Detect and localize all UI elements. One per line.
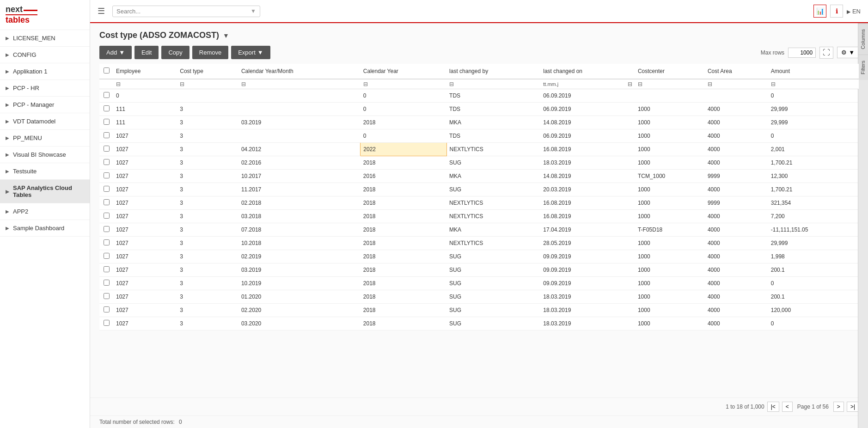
add-button[interactable]: Add ▼ bbox=[99, 46, 132, 59]
row-checkbox[interactable] bbox=[104, 266, 110, 272]
row-checkbox[interactable] bbox=[104, 280, 110, 286]
sidebar-item-sample-dashboard[interactable]: ▶Sample Dashboard bbox=[0, 220, 90, 237]
copy-button[interactable]: Copy bbox=[161, 46, 189, 59]
sidebar-item-pp-menu[interactable]: ▶PP_MENU bbox=[0, 130, 90, 147]
columns-panel-tab[interactable]: Columns bbox=[858, 23, 868, 55]
select-all-header[interactable] bbox=[99, 64, 113, 79]
title-dropdown-icon[interactable]: ▼ bbox=[223, 32, 229, 39]
sidebar-item-pcp-manager[interactable]: ▶PCP - Manager bbox=[0, 97, 90, 113]
row-amount: 120,000 bbox=[768, 304, 859, 317]
row-select-cell[interactable] bbox=[99, 116, 113, 129]
fullscreen-button[interactable]: ⛶ bbox=[819, 47, 833, 59]
filter-cost-area[interactable]: ⊟ bbox=[705, 79, 768, 89]
row-select-cell[interactable] bbox=[99, 277, 113, 290]
filter-cal-year-month[interactable]: ⊟ bbox=[238, 79, 361, 89]
search-box[interactable]: ▼ bbox=[112, 6, 260, 17]
row-checkbox[interactable] bbox=[104, 105, 110, 111]
row-checkbox[interactable] bbox=[104, 92, 110, 98]
hamburger-icon[interactable]: ☰ bbox=[98, 6, 105, 16]
row-checkbox[interactable] bbox=[104, 253, 110, 259]
settings-button[interactable]: ⚙ ▼ bbox=[837, 47, 859, 58]
sidebar-item-applikation-1[interactable]: ▶Applikation 1 bbox=[0, 63, 90, 80]
export-arrow-icon: ▼ bbox=[257, 49, 263, 56]
row-last-changed-by: NEXTLYTICS bbox=[446, 143, 540, 156]
row-last-changed-on: 18.03.2019 bbox=[540, 290, 635, 304]
row-employee: 1027 bbox=[113, 304, 177, 317]
remove-button[interactable]: Remove bbox=[192, 46, 228, 59]
row-cal-year-month bbox=[238, 89, 361, 103]
filter-costcenter[interactable]: ⊟ bbox=[635, 79, 705, 89]
prev-page-button[interactable]: < bbox=[782, 402, 793, 412]
row-select-cell[interactable] bbox=[99, 129, 113, 143]
row-select-cell[interactable] bbox=[99, 103, 113, 116]
row-select-cell[interactable] bbox=[99, 143, 113, 156]
max-rows-input[interactable] bbox=[788, 48, 816, 58]
row-select-cell[interactable] bbox=[99, 183, 113, 196]
row-select-cell[interactable] bbox=[99, 263, 113, 277]
row-select-cell[interactable] bbox=[99, 250, 113, 263]
filter-cost-type[interactable]: ⊟ bbox=[177, 79, 238, 89]
select-all-checkbox[interactable] bbox=[104, 67, 110, 73]
row-checkbox[interactable] bbox=[104, 132, 110, 138]
row-select-cell[interactable] bbox=[99, 210, 113, 223]
row-costcenter: 1000 bbox=[635, 317, 705, 330]
row-checkbox[interactable] bbox=[104, 320, 110, 326]
row-select-cell[interactable] bbox=[99, 317, 113, 330]
sidebar-item-sap-analytics-cloud-tables[interactable]: ▶SAP Analytics Cloud Tables bbox=[0, 180, 90, 203]
sidebar-item-testsuite[interactable]: ▶Testsuite bbox=[0, 163, 90, 180]
row-select-cell[interactable] bbox=[99, 223, 113, 237]
sidebar-item-pcp-hr[interactable]: ▶PCP - HR bbox=[0, 80, 90, 97]
row-checkbox[interactable] bbox=[104, 159, 110, 165]
filter-last-changed-by[interactable]: ⊟ bbox=[446, 79, 540, 89]
sidebar-item-vdt-datamodel[interactable]: ▶VDT Datamodel bbox=[0, 113, 90, 130]
row-last-changed-by: NEXTLYTICS bbox=[446, 210, 540, 223]
sidebar-item-license-men[interactable]: ▶LICENSE_MEN bbox=[0, 30, 90, 47]
filter-amount[interactable]: ⊟ bbox=[768, 79, 859, 89]
row-select-cell[interactable] bbox=[99, 156, 113, 170]
row-amount: 0 bbox=[768, 89, 859, 103]
first-page-button[interactable]: |< bbox=[767, 402, 779, 412]
row-cal-year: 2018 bbox=[361, 116, 446, 129]
max-rows-area: Max rows ⛶ ⚙ ▼ bbox=[761, 47, 859, 59]
edit-button[interactable]: Edit bbox=[134, 46, 159, 59]
filter-last-changed-on-icon[interactable]: ⊟ bbox=[628, 81, 632, 87]
search-dropdown-icon[interactable]: ▼ bbox=[251, 8, 256, 14]
row-last-changed-by: SUG bbox=[446, 304, 540, 317]
row-checkbox[interactable] bbox=[104, 172, 110, 178]
row-employee: 1027 bbox=[113, 317, 177, 330]
row-select-cell[interactable] bbox=[99, 304, 113, 317]
row-checkbox[interactable] bbox=[104, 226, 110, 232]
row-checkbox[interactable] bbox=[104, 199, 110, 205]
sidebar-item-label: CONFIG bbox=[13, 51, 37, 58]
row-cost-type: 3 bbox=[177, 290, 238, 304]
row-cost-type: 3 bbox=[177, 317, 238, 330]
row-last-changed-on: 28.05.2019 bbox=[540, 237, 635, 250]
filters-panel-tab[interactable]: Filters bbox=[858, 55, 868, 80]
row-checkbox[interactable] bbox=[104, 293, 110, 299]
row-checkbox[interactable] bbox=[104, 213, 110, 219]
export-button[interactable]: Export ▼ bbox=[231, 46, 270, 59]
row-select-cell[interactable] bbox=[99, 170, 113, 183]
row-checkbox[interactable] bbox=[104, 186, 110, 192]
row-select-cell[interactable] bbox=[99, 237, 113, 250]
sidebar-item-app2[interactable]: ▶APP2 bbox=[0, 203, 90, 220]
row-amount: 29,999 bbox=[768, 237, 859, 250]
filter-cal-year[interactable]: ⊟ bbox=[361, 79, 446, 89]
row-select-cell[interactable] bbox=[99, 196, 113, 210]
sidebar-item-config[interactable]: ▶CONFIG bbox=[0, 47, 90, 63]
info-icon[interactable]: ℹ bbox=[830, 5, 843, 18]
analytics-icon[interactable]: 📊 bbox=[813, 5, 826, 18]
row-checkbox[interactable] bbox=[104, 146, 110, 152]
row-checkbox[interactable] bbox=[104, 306, 110, 312]
row-checkbox[interactable] bbox=[104, 119, 110, 125]
next-page-button[interactable]: > bbox=[833, 402, 844, 412]
row-select-cell[interactable] bbox=[99, 290, 113, 304]
filter-employee[interactable]: ⊟ bbox=[113, 79, 177, 89]
search-input[interactable] bbox=[116, 8, 251, 15]
export-label: Export bbox=[238, 49, 256, 56]
row-select-cell[interactable] bbox=[99, 89, 113, 103]
last-page-button[interactable]: >| bbox=[847, 402, 859, 412]
language-selector[interactable]: ▶ EN bbox=[847, 8, 861, 15]
sidebar-item-visual-bi-showcase[interactable]: ▶Visual BI Showcase bbox=[0, 147, 90, 163]
row-checkbox[interactable] bbox=[104, 239, 110, 245]
